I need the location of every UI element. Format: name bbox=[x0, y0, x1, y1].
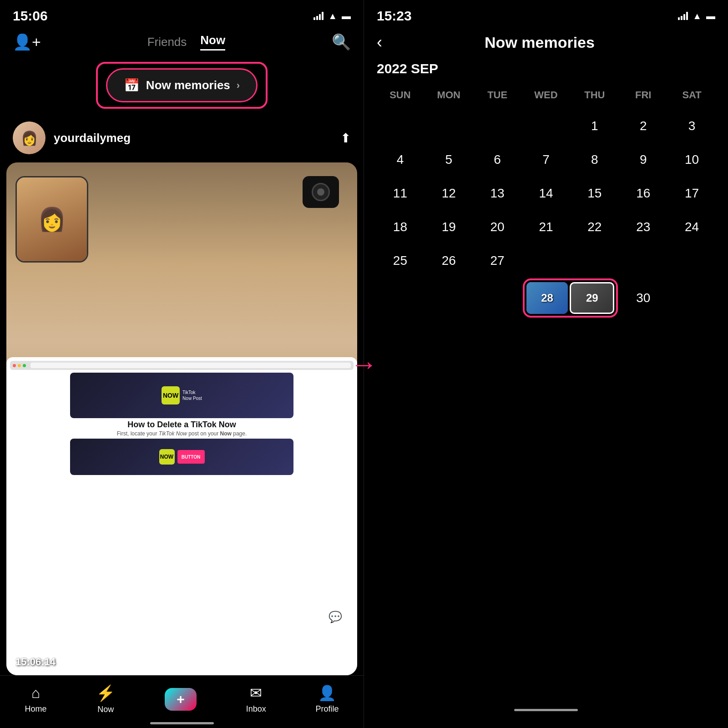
day29-label: 29 bbox=[586, 292, 598, 304]
cal-day-13[interactable]: 13 bbox=[474, 177, 521, 209]
cal-day-empty-3 bbox=[474, 110, 521, 142]
create-button[interactable]: + bbox=[165, 688, 197, 711]
video-timestamp: 15:06:14 bbox=[15, 656, 56, 668]
profile-icon: 👤 bbox=[318, 684, 336, 702]
cal-day-12[interactable]: 12 bbox=[425, 177, 472, 209]
cal-day-7[interactable]: 7 bbox=[523, 144, 570, 176]
browser-dot-yellow bbox=[18, 364, 21, 367]
cal-day-18[interactable]: 18 bbox=[377, 211, 424, 243]
cal-day-22[interactable]: 22 bbox=[571, 211, 618, 243]
calendar-month-year: 2022 SEP bbox=[377, 61, 715, 76]
cal-day-23[interactable]: 23 bbox=[620, 211, 667, 243]
left-time: 15:06 bbox=[13, 8, 48, 24]
thumb-logo-2: NOW bbox=[159, 449, 175, 465]
nav-tabs: Friends Now bbox=[147, 33, 226, 51]
cal-day-28[interactable]: 28 bbox=[526, 282, 568, 314]
nav-item-now[interactable]: ⚡ Now bbox=[96, 684, 115, 714]
day28-label: 28 bbox=[541, 292, 553, 304]
plus-icon: + bbox=[177, 692, 185, 707]
cal-day-27[interactable]: 27 bbox=[474, 245, 521, 277]
pink-highlight-box: 28 29 bbox=[523, 278, 618, 318]
cal-day-17[interactable]: 17 bbox=[668, 177, 715, 209]
cal-day-8[interactable]: 8 bbox=[571, 144, 618, 176]
heart-button[interactable]: ♥ bbox=[323, 571, 348, 596]
cal-day-25[interactable]: 25 bbox=[377, 245, 424, 277]
webcam-lens bbox=[312, 183, 330, 201]
avatar-image: 👩 bbox=[21, 130, 38, 146]
col-header-mon: MON bbox=[425, 86, 472, 108]
right-home-indicator bbox=[514, 709, 578, 711]
calendar: 2022 SEP SUN MON TUE WED THU FRI SAT 1 2… bbox=[364, 61, 728, 692]
cal-day-15[interactable]: 15 bbox=[571, 177, 618, 209]
cal-day-1[interactable]: 1 bbox=[571, 110, 618, 142]
cal-day-3[interactable]: 3 bbox=[668, 110, 715, 142]
cal-day-14[interactable]: 14 bbox=[523, 177, 570, 209]
home-indicator bbox=[150, 722, 214, 724]
cal-day-30[interactable]: 30 bbox=[620, 278, 667, 318]
cal-day-24[interactable]: 24 bbox=[668, 211, 715, 243]
right-battery-icon: ▬ bbox=[706, 11, 715, 21]
share-button[interactable]: ⬆ bbox=[340, 131, 351, 146]
back-button[interactable]: ‹ bbox=[377, 33, 382, 52]
cal-day-19[interactable]: 19 bbox=[425, 211, 472, 243]
article-subtitle: First, locate your TikTok Now post on yo… bbox=[10, 430, 354, 437]
calendar-week5: 25 26 27 28 29 30 bbox=[377, 278, 715, 318]
nav-item-inbox[interactable]: ✉ Inbox bbox=[246, 684, 266, 714]
col-header-tue: TUE bbox=[474, 86, 521, 108]
nav-item-profile[interactable]: 👤 Profile bbox=[316, 684, 339, 714]
browser-bar bbox=[10, 361, 354, 370]
cal-day-empty-1 bbox=[377, 110, 424, 142]
cal-day-2[interactable]: 2 bbox=[620, 110, 667, 142]
browser-dot-green bbox=[23, 364, 26, 367]
webcam-device bbox=[303, 176, 339, 208]
cal-day-6[interactable]: 6 bbox=[474, 144, 521, 176]
cal-day-11[interactable]: 11 bbox=[377, 177, 424, 209]
search-button[interactable]: 🔍 bbox=[332, 33, 351, 51]
left-status-icons: ▲ ▬ bbox=[313, 11, 351, 21]
now-icon: ⚡ bbox=[96, 684, 115, 702]
col-header-sat: SAT bbox=[668, 86, 715, 108]
cal-day-20[interactable]: 20 bbox=[474, 211, 521, 243]
username: yourdailymeg bbox=[54, 131, 131, 145]
cal-day-10[interactable]: 10 bbox=[668, 144, 715, 176]
memories-button-pink-box: 📅 Now memories › bbox=[96, 62, 268, 109]
tab-friends[interactable]: Friends bbox=[147, 35, 187, 49]
left-status-bar: 15:06 ▲ ▬ bbox=[0, 0, 364, 28]
thumb-text: TikTokNow Post bbox=[182, 389, 202, 401]
cal-day-empty-4 bbox=[523, 110, 570, 142]
battery-icon: ▬ bbox=[342, 11, 351, 21]
cal-day-29[interactable]: 29 bbox=[570, 282, 614, 314]
selfie-face: 👩 bbox=[17, 177, 87, 261]
now-memories-button[interactable]: 📅 Now memories › bbox=[106, 68, 258, 102]
selfie-camera: 👩 bbox=[15, 176, 88, 263]
bottom-navigation: ⌂ Home ⚡ Now + ✉ Inbox 👤 Profile bbox=[0, 675, 364, 728]
page-title: Now memories bbox=[391, 34, 688, 51]
article-thumbnail-2: NOW BUTTON bbox=[70, 439, 293, 475]
browser-url-bar bbox=[30, 363, 351, 368]
screen-share: NOW TikTokNow Post How to Delete a TikTo… bbox=[6, 357, 357, 675]
comment-button[interactable]: 💬 bbox=[323, 604, 348, 630]
col-header-thu: THU bbox=[571, 86, 618, 108]
memories-button-container: 📅 Now memories › bbox=[0, 56, 364, 113]
cal-day-21[interactable]: 21 bbox=[523, 211, 570, 243]
add-user-button[interactable]: 👤+ bbox=[13, 33, 41, 51]
tab-now[interactable]: Now bbox=[200, 33, 225, 51]
cal-day-16[interactable]: 16 bbox=[620, 177, 667, 209]
thumb-button: BUTTON bbox=[177, 450, 205, 464]
home-icon: ⌂ bbox=[31, 685, 40, 702]
right-top-nav: ‹ Now memories bbox=[364, 28, 728, 61]
video-area: NOW TikTokNow Post How to Delete a TikTo… bbox=[6, 162, 357, 675]
article-title: How to Delete a TikTok Now bbox=[10, 420, 354, 430]
browser-dot-red bbox=[13, 364, 16, 367]
user-row: 👩 yourdailymeg ⬆ bbox=[0, 113, 364, 162]
arrow-indicator: → bbox=[350, 349, 378, 380]
nav-item-home[interactable]: ⌂ Home bbox=[25, 685, 46, 714]
profile-label: Profile bbox=[316, 704, 339, 714]
right-bottom bbox=[364, 692, 728, 728]
cal-day-5[interactable]: 5 bbox=[425, 144, 472, 176]
right-time: 15:23 bbox=[377, 8, 412, 24]
cal-day-9[interactable]: 9 bbox=[620, 144, 667, 176]
wifi-icon: ▲ bbox=[328, 11, 337, 21]
cal-day-26[interactable]: 26 bbox=[425, 245, 472, 277]
cal-day-4[interactable]: 4 bbox=[377, 144, 424, 176]
